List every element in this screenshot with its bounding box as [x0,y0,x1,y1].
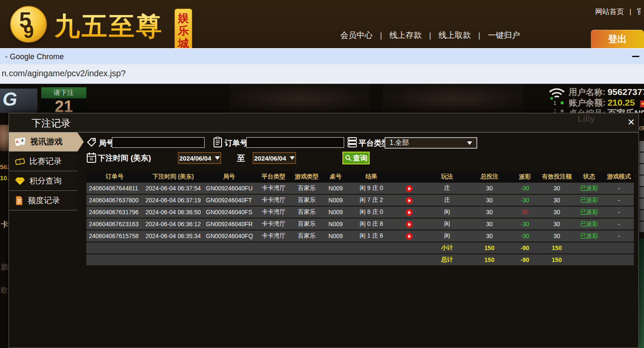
cell-valid: 30 [539,219,574,230]
subtotal-empty [574,242,604,253]
close-icon[interactable]: ✕ [625,117,638,127]
cell-status: 已派彩 [574,230,604,242]
cell-time: 2024-06-04 06:35:34 [143,230,203,242]
sidebar-item-label: 比赛记录 [29,156,62,167]
cell-order: 240604067615758 [86,230,143,242]
total-row: 总计 150 -90 150 [86,254,634,265]
subtotal-spacer [86,242,426,253]
site-header: 5 9 九五至尊 娱乐城 网站首页 | 官 会员中心 | 线上存款 | 线上取款… [0,0,644,48]
chrome-urlbar[interactable]: n.com/agingame/pcv2/index.jsp? [0,64,644,84]
play-icon[interactable] [406,221,413,228]
chrome-titlebar[interactable]: - Google Chrome [0,48,644,64]
left-background-strip: 562 10. 卡 旗舰厅 欧洲厅 [0,113,9,348]
minimize-icon[interactable] [632,56,639,57]
cell-platform: 卡卡湾厅 [255,195,292,206]
cell-result: 闲 9 庄 0 [350,183,393,194]
nav-online-deposit[interactable]: 线上存款 [390,31,422,40]
cell-time: 2024-06-04 06:36:50 [143,207,203,218]
home-link[interactable]: 网站首页 [595,8,624,16]
cell-bet: 30 [468,219,510,230]
bg-row-fragment [639,221,644,232]
cell-platform: 卡卡湾厅 [255,183,292,194]
date-from-value: 2024/06/04 [179,155,211,162]
cell-order: 240604067644811 [86,183,143,194]
clipboard-icon [213,137,222,148]
date-from-select[interactable]: 2024/06/04 [178,152,221,164]
cell-valid: 30 [539,183,574,194]
col-status: 状态 [574,172,604,182]
modal-title: 下注记录 [31,117,71,130]
cell-platform: 卡卡湾厅 [255,219,292,230]
cell-replay [393,219,426,230]
sidebar-item-video-games[interactable]: K 9 视讯游戏 [9,132,77,152]
balance-value: 210.25 [607,98,635,107]
bg-fragment: 562 [0,163,9,170]
sidebar-item-match-records[interactable]: 比赛记录 [9,152,77,171]
cell-time: 2024-06-04 06:37:54 [143,183,203,194]
col-payout: 派彩 [510,172,539,182]
cell-round: GN009246040FR [203,219,255,230]
subtotal-row: 小计 150 -90 150 [86,242,634,253]
video-feed [383,84,523,113]
cell-replay [393,195,426,206]
nav-member-center[interactable]: 会员中心 [340,31,373,40]
clipped-link: 官 [637,7,641,17]
bg-row-fragment [639,187,644,198]
play-icon[interactable] [406,185,413,192]
table-row: 240604067615758 2024-06-04 06:35:34 GN00… [86,230,634,242]
table-row: 240604067644811 2024-06-04 06:37:54 GN00… [86,183,634,194]
col-total-bet: 总投注 [468,172,510,182]
cell-table: N009 [321,195,350,206]
platform-type-value: 1.全部 [390,138,409,147]
cell-result: 闲 8 庄 0 [350,207,393,218]
col-result: 结果 [350,172,393,182]
cell-mode: - [604,195,634,206]
brand-name: 九五至尊 [54,9,163,44]
cell-payout: -30 [510,195,539,206]
total-empty [574,254,604,265]
nav-one-key-transfer[interactable]: 一键归户 [488,31,520,40]
order-number-input[interactable] [246,137,344,148]
cell-payout: -30 [510,183,539,194]
col-round: 局号 [203,172,255,182]
cell-mode: - [604,207,634,218]
modal-header: 下注记录 ✕ [9,113,638,132]
nav-separator: | [380,31,382,40]
cell-game: 百家乐 [292,219,321,230]
col-table: 桌号 [321,172,350,182]
document-icon [15,196,23,205]
dropdown-arrow-icon [467,141,472,145]
screen: 5 9 九五至尊 娱乐城 网站首页 | 官 会员中心 | 线上存款 | 线上取款… [0,0,644,348]
cell-play: 庄 [426,195,468,206]
cell-bet: 30 [468,183,510,194]
cell-bet: 30 [468,195,510,206]
cell-play: 闲 [426,219,468,230]
bg-row-fragment [639,210,644,221]
cell-order: 240604067631796 [86,207,143,218]
tag-icon [86,137,97,147]
platform-type-select[interactable]: 1.全部 [385,137,477,149]
table-row: 240604067631796 2024-06-04 06:36:50 GN00… [86,207,634,218]
cell-game: 百家乐 [292,195,321,206]
col-order: 订单号 [86,172,143,182]
sidebar-item-label: 视讯游戏 [30,136,63,147]
seat-dot-green [561,101,564,104]
magnifier-icon [345,155,352,161]
nav-online-withdraw[interactable]: 线上取款 [439,31,471,40]
sidebar-item-quota-records[interactable]: 额度记录 [9,191,77,210]
cell-status: 已派彩 [574,183,604,194]
date-to-select[interactable]: 2024/06/04 [253,152,296,164]
bg-fragment: 卡 [1,219,9,230]
logout-button[interactable]: 登出 [591,30,644,48]
sidebar-item-points-query[interactable]: 积分查询 [9,172,77,191]
dealer-video-fragment [0,125,9,151]
bet-timer: 请下注 21 [41,87,86,113]
round-number-input[interactable] [112,137,205,148]
search-button[interactable]: 查询 [342,152,370,164]
play-icon[interactable] [406,233,413,240]
play-icon[interactable] [406,209,413,216]
cell-mode: - [604,183,634,194]
subtotal-bet: 150 [468,242,510,253]
cell-time: 2024-06-04 06:36:12 [143,219,203,230]
play-icon[interactable] [406,197,413,204]
